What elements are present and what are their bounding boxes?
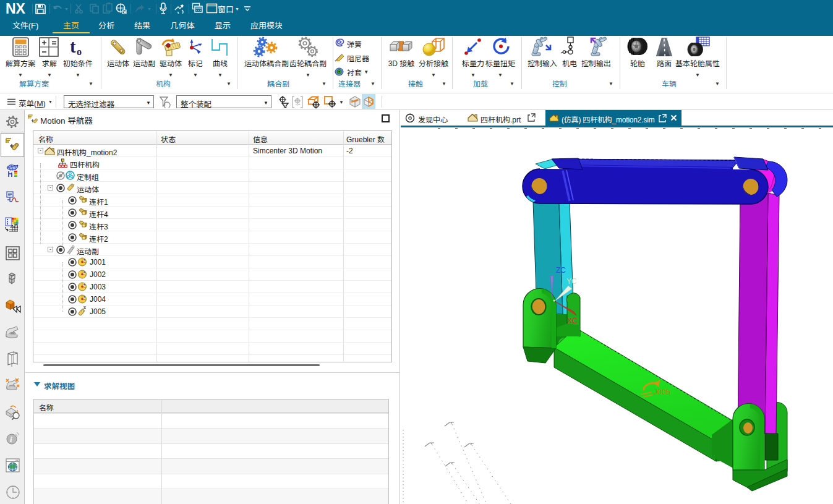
svg-text:ZC: ZC [556,266,566,275]
svg-text:XC: XC [567,317,578,325]
svg-text:J005: J005 [654,388,670,396]
svg-text:t: t [70,37,76,56]
svg-text:YC: YC [566,277,577,286]
svg-text:i: i [10,435,12,444]
svg-text:o: o [77,46,82,57]
